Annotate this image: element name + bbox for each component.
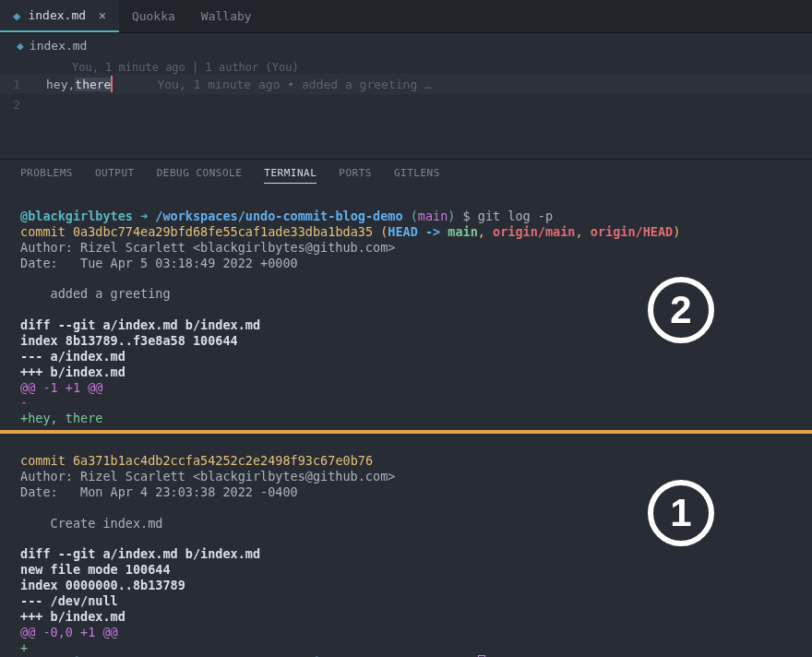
inline-blame: You, 1 minute ago • added a greeting … [157,78,431,91]
editor-line-1[interactable]: 1 hey, there You, 1 minute ago • added a… [0,74,812,94]
panel-tab-bar: PROBLEMS OUTPUT DEBUG CONSOLE TERMINAL P… [0,160,812,191]
breadcrumb-filename: index.md [30,39,88,53]
commit-hash: 6a371b1ac4db2ccfa54252c2e2498f93c67e0b76 [73,453,373,468]
commit-date: Date: Tue Apr 5 03:18:49 2022 +0000 [20,256,298,270]
markdown-icon: ◆ [17,39,24,53]
commit-message: added a greeting [20,286,171,301]
bottom-panel: PROBLEMS OUTPUT DEBUG CONSOLE TERMINAL P… [0,159,812,657]
branch-ref: main [448,224,478,239]
refs-paren: ( [373,224,388,239]
editor-selection: there [75,78,111,91]
panel-tab-gitlens[interactable]: GITLENS [394,167,440,184]
commit-hash: 0a3dbc774ea29bfd68fe55caf1ade33dba1bda35 [73,224,373,239]
diff-index: index 0000000..8b13789 [20,578,185,592]
tab-label: index.md [28,8,86,22]
diff-minus-file: --- /dev/null [20,593,118,608]
diff-added: +hey, there [20,411,102,425]
tab-index-md[interactable]: ◆ index.md ✕ [0,0,119,32]
markdown-icon: ◆ [13,8,20,23]
panel-tab-ports[interactable]: PORTS [339,167,372,184]
line-number: 2 [0,98,46,112]
diff-header: diff --git a/index.md b/index.md [20,546,260,561]
prompt-dollar: $ [463,209,478,223]
commit-author: Author: Rizel Scarlett <blackgirlbytes@g… [20,469,395,484]
close-icon[interactable]: ✕ [99,8,106,22]
tab-bar: ◆ index.md ✕ Quokka Wallaby [0,0,812,33]
diff-hunk: @@ -0,0 +1 @@ [20,625,118,639]
refs-paren: ) [673,224,680,239]
diff-added: + [20,640,28,655]
tab-quokka[interactable]: Quokka [119,0,188,32]
panel-tab-output[interactable]: OUTPUT [95,167,135,184]
breadcrumb: ◆ index.md [0,33,812,57]
editor-text: hey, [46,78,75,91]
prompt-paren: ( [403,209,418,223]
tab-wallaby[interactable]: Wallaby [188,0,265,32]
commit-date: Date: Mon Apr 4 23:03:38 2022 -0400 [20,484,298,499]
editor-cursor [111,76,113,92]
blame-header: You, 1 minute ago | 1 author (You) [0,61,812,74]
diff-hunk: @@ -1 +1 @@ [20,380,102,395]
head-ref: HEAD -> [388,224,448,239]
annotation-circle-1: 1 [648,480,714,546]
editor-area[interactable]: You, 1 minute ago | 1 author (You) 1 hey… [0,57,812,159]
editor-line-2[interactable]: 2 [0,94,812,114]
panel-tab-terminal[interactable]: TERMINAL [264,167,316,184]
diff-removed: - [20,395,28,410]
commit-label: commit [20,224,73,239]
terminal-command: git log -p [478,209,553,223]
diff-mode: new file mode 100644 [20,562,171,577]
annotation-circle-2: 2 [648,277,714,343]
prompt-user: @blackgirlbytes [20,209,133,223]
remote-ref: origin/HEAD [591,224,673,239]
prompt-path: /workspaces/undo-commit-blog-demo [155,209,402,223]
tab-label: Wallaby [201,9,252,23]
commit-message: Create index.md [20,516,162,531]
diff-index: index 8b13789..f3e8a58 100644 [20,333,238,348]
commit-author: Author: Rizel Scarlett <blackgirlbytes@g… [20,240,395,255]
ref-sep: , [576,224,591,239]
line-number: 1 [0,78,46,91]
prompt-branch: main [418,209,448,223]
annotation-divider [0,430,812,434]
prompt-arrow: ➜ [133,209,155,223]
diff-plus-file: +++ b/index.md [20,364,125,379]
ref-sep: , [478,224,493,239]
panel-tab-problems[interactable]: PROBLEMS [20,167,73,184]
prompt-paren: ) [448,209,462,223]
tab-label: Quokka [132,9,175,23]
diff-plus-file: +++ b/index.md [20,609,125,624]
diff-minus-file: --- a/index.md [20,349,125,364]
terminal-output-continued[interactable]: commit 6a371b1ac4db2ccfa54252c2e2498f93c… [0,436,812,657]
remote-ref: origin/main [493,224,575,239]
diff-header: diff --git a/index.md b/index.md [20,317,260,332]
panel-tab-debug-console[interactable]: DEBUG CONSOLE [157,167,243,184]
commit-label: commit [20,453,73,468]
